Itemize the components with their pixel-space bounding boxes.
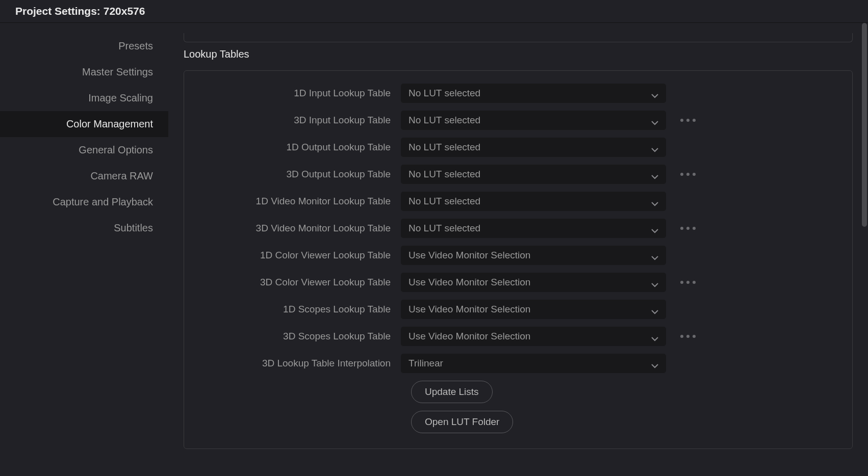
dropdown-3d-video-monitor[interactable]: No LUT selected [401,219,666,238]
dropdown-value: Use Video Monitor Selection [409,304,530,315]
dot-icon [686,227,690,230]
dot-icon [680,173,683,176]
sidebar-item-label: Camera RAW [90,170,153,181]
button-row-update: Update Lists [210,381,827,403]
more-options-button[interactable] [676,173,696,176]
row-1d-video-monitor: 1D Video Monitor Lookup Table No LUT sel… [210,192,827,211]
dot-icon [686,281,690,284]
chevron-down-icon [651,252,658,259]
section-title: Lookup Tables [184,48,853,60]
dot-icon [693,281,696,284]
dropdown-3d-input[interactable]: No LUT selected [401,111,666,130]
row-3d-video-monitor: 3D Video Monitor Lookup Table No LUT sel… [210,219,827,238]
dropdown-1d-output[interactable]: No LUT selected [401,138,666,157]
open-lut-folder-button[interactable]: Open LUT Folder [411,411,513,433]
label-3d-video-monitor: 3D Video Monitor Lookup Table [210,223,391,234]
window-title: Project Settings: 720x576 [0,0,868,23]
dropdown-value: No LUT selected [409,223,480,234]
dropdown-value: No LUT selected [409,169,480,180]
dot-icon [686,119,690,122]
chevron-down-icon [651,306,658,313]
sidebar-item-subtitles[interactable]: Subtitles [0,215,168,241]
sidebar-item-general-options[interactable]: General Options [0,137,168,163]
dropdown-value: Trilinear [409,358,443,369]
label-1d-color-viewer: 1D Color Viewer Lookup Table [210,250,391,261]
dropdown-1d-scopes[interactable]: Use Video Monitor Selection [401,300,666,319]
row-1d-output: 1D Output Lookup Table No LUT selected [210,138,827,157]
update-lists-button[interactable]: Update Lists [411,381,493,403]
button-row-open: Open LUT Folder [210,411,827,433]
dropdown-value: Use Video Monitor Selection [409,277,530,288]
dropdown-3d-color-viewer[interactable]: Use Video Monitor Selection [401,273,666,292]
chevron-down-icon [651,144,658,151]
dropdown-1d-video-monitor[interactable]: No LUT selected [401,192,666,211]
row-3d-interpolation: 3D Lookup Table Interpolation Trilinear [210,354,827,373]
label-3d-scopes: 3D Scopes Lookup Table [210,331,391,342]
sidebar: Presets Master Settings Image Scaling Co… [0,23,168,476]
dropdown-value: No LUT selected [409,196,480,207]
sidebar-item-label: Master Settings [82,66,153,77]
spacer [210,381,401,403]
dropdown-value: No LUT selected [409,88,480,99]
sidebar-item-label: Subtitles [114,222,153,233]
chevron-down-icon [651,117,658,124]
label-3d-color-viewer: 3D Color Viewer Lookup Table [210,277,391,288]
row-1d-scopes: 1D Scopes Lookup Table Use Video Monitor… [210,300,827,319]
row-3d-color-viewer: 3D Color Viewer Lookup Table Use Video M… [210,273,827,292]
dot-icon [693,335,696,338]
row-3d-output: 3D Output Lookup Table No LUT selected [210,165,827,184]
sidebar-item-image-scaling[interactable]: Image Scaling [0,85,168,111]
chevron-down-icon [651,225,658,232]
chevron-down-icon [651,90,658,97]
dot-icon [693,227,696,230]
dot-icon [680,227,683,230]
label-3d-input: 3D Input Lookup Table [210,115,391,126]
sidebar-item-camera-raw[interactable]: Camera RAW [0,163,168,189]
sidebar-item-label: Capture and Playback [53,196,153,207]
chevron-down-icon [651,333,658,340]
previous-panel-edge [184,33,853,42]
main-panel: Lookup Tables 1D Input Lookup Table No L… [168,23,868,476]
sidebar-item-capture-playback[interactable]: Capture and Playback [0,189,168,215]
label-1d-scopes: 1D Scopes Lookup Table [210,304,391,315]
dropdown-value: No LUT selected [409,142,480,153]
label-1d-output: 1D Output Lookup Table [210,142,391,153]
dropdown-1d-color-viewer[interactable]: Use Video Monitor Selection [401,246,666,265]
chevron-down-icon [651,279,658,286]
dropdown-1d-input[interactable]: No LUT selected [401,84,666,103]
dropdown-3d-output[interactable]: No LUT selected [401,165,666,184]
dropdown-value: No LUT selected [409,115,480,126]
row-1d-color-viewer: 1D Color Viewer Lookup Table Use Video M… [210,246,827,265]
dot-icon [680,119,683,122]
sidebar-item-label: Color Management [66,118,153,129]
more-options-button[interactable] [676,119,696,122]
sidebar-item-presets[interactable]: Presets [0,33,168,59]
row-3d-scopes: 3D Scopes Lookup Table Use Video Monitor… [210,327,827,346]
more-options-button[interactable] [676,227,696,230]
dropdown-3d-scopes[interactable]: Use Video Monitor Selection [401,327,666,346]
sidebar-item-label: Image Scaling [88,92,153,103]
chevron-down-icon [651,198,658,205]
dropdown-3d-interpolation[interactable]: Trilinear [401,354,666,373]
more-options-button[interactable] [676,335,696,338]
dropdown-value: Use Video Monitor Selection [409,250,530,261]
dot-icon [693,119,696,122]
dot-icon [680,335,683,338]
chevron-down-icon [651,171,658,178]
label-3d-output: 3D Output Lookup Table [210,169,391,180]
spacer [210,411,401,433]
lookup-tables-panel: 1D Input Lookup Table No LUT selected 3D… [184,70,853,449]
label-3d-interpolation: 3D Lookup Table Interpolation [210,358,391,369]
window-title-text: Project Settings: 720x576 [15,5,145,17]
sidebar-item-label: Presets [118,40,153,51]
scrollbar-vertical[interactable] [862,23,867,227]
dot-icon [680,281,683,284]
sidebar-item-master-settings[interactable]: Master Settings [0,59,168,85]
more-options-button[interactable] [676,281,696,284]
label-1d-input: 1D Input Lookup Table [210,88,391,99]
dot-icon [686,335,690,338]
dropdown-value: Use Video Monitor Selection [409,331,530,342]
row-1d-input: 1D Input Lookup Table No LUT selected [210,84,827,103]
sidebar-item-color-management[interactable]: Color Management [0,111,168,137]
row-3d-input: 3D Input Lookup Table No LUT selected [210,111,827,130]
